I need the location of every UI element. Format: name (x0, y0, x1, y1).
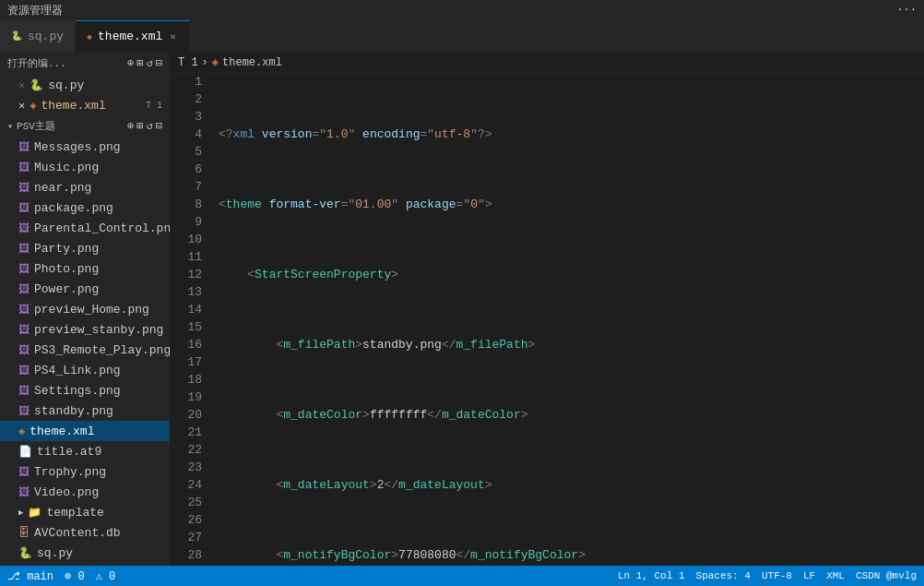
theme-xml-open-file-icon: ◈ (30, 99, 36, 113)
encoding[interactable]: UTF-8 (762, 570, 792, 581)
AVContent-db-label: AVContent.db (34, 526, 121, 540)
sidebar-title: 资源管理器 (7, 3, 63, 18)
code-line-4: <m_filePath>standby.png</m_filePath> (219, 336, 924, 353)
refresh-icon[interactable]: ↺ (147, 56, 153, 70)
sidebar-item-standby-png[interactable]: 🖼 standby.png (0, 401, 170, 421)
sidebar-item-sq-py-open[interactable]: ✕ 🐍 sq.py (0, 75, 170, 95)
sq-py-open-label: sq.py (48, 78, 84, 92)
watermark: CSDN @mvlg (856, 570, 917, 581)
code-line-7: <m_notifyBgColor>77808080</m_notifyBgCol… (219, 546, 924, 564)
editor-content[interactable]: 12345 678910 1112131415 1617181920 21222… (171, 73, 924, 566)
Photo-png-icon: 🖼 (18, 262, 30, 276)
Power-png-icon: 🖼 (18, 282, 30, 296)
main-area: 打开的编... ⊕ ⊞ ↺ ⊟ ✕ 🐍 sq.py ✕ ◈ theme.xml … (0, 53, 924, 566)
sidebar-item-Photo-png[interactable]: 🖼 Photo.png (0, 258, 170, 279)
sidebar-item-sq-py-sidebar[interactable]: 🐍 sq.py (0, 543, 170, 563)
project-collapse-icon[interactable]: ⊟ (156, 119, 162, 133)
sidebar-item-Power-png[interactable]: 🖼 Power.png (0, 279, 170, 299)
sq-py-open-file-icon: 🐍 (30, 78, 43, 92)
code-editor[interactable]: <?xml version="1.0" encoding="utf-8"?> <… (209, 73, 924, 566)
preview-stanby-png-icon: 🖼 (18, 323, 30, 337)
project-new-folder-icon[interactable]: ⊞ (136, 119, 143, 133)
line-ending[interactable]: LF (803, 570, 815, 581)
project-header-icons: ⊕ ⊞ ↺ ⊟ (127, 119, 162, 133)
sidebar-item-preview-stanby-png[interactable]: 🖼 preview_stanby.png (0, 319, 170, 340)
standby-png-label: standby.png (34, 404, 113, 418)
indentation[interactable]: Spaces: 4 (696, 570, 751, 581)
Messages-png-label: Messages.png (34, 140, 121, 154)
sidebar-item-Trophy-png[interactable]: 🖼 Trophy.png (0, 461, 170, 482)
theme-xml-close-button[interactable]: ✕ (168, 30, 178, 43)
sidebar-item-near-png[interactable]: 🖼 near.png (0, 177, 170, 197)
git-branch[interactable]: ⎇ main (7, 569, 53, 583)
new-folder-icon[interactable]: ⊞ (136, 56, 143, 70)
sidebar-project-header[interactable]: ▾ PSV主题 ⊕ ⊞ ↺ ⊟ (0, 117, 170, 135)
code-line-2: <theme format-ver="01.00" package="0"> (219, 196, 924, 213)
breadcrumb-icon: ◈ (212, 55, 219, 69)
Music-png-icon: 🖼 (18, 161, 30, 174)
sidebar-item-AVContent-db[interactable]: 🗄 AVContent.db (0, 522, 170, 543)
sidebar-item-title-at9[interactable]: 📄 title.at9 (0, 441, 170, 461)
Video-png-icon: 🖼 (18, 485, 30, 499)
sq-py-tab-icon: 🐍 (11, 30, 22, 42)
sidebar-item-Video-png[interactable]: 🖼 Video.png (0, 482, 170, 502)
sidebar-item-Parental-Control-png[interactable]: 🖼 Parental_Control.png (0, 218, 170, 238)
standby-png-icon: 🖼 (18, 404, 30, 418)
code-line-3: <StartScreenProperty> (219, 266, 924, 283)
sidebar-item-theme-xml[interactable]: ◈ theme.xml (0, 421, 170, 441)
title-at9-label: title.at9 (37, 445, 101, 459)
sidebar-item-Party-png[interactable]: 🖼 Party.png (0, 238, 170, 258)
editor-breadcrumb: T 1 › ◈ theme.xml (171, 53, 924, 73)
breadcrumb-separator: › (202, 56, 208, 69)
Party-png-label: Party.png (34, 242, 99, 256)
sq-py-sidebar-label: sq.py (37, 546, 73, 560)
Power-png-label: Power.png (34, 282, 99, 296)
project-new-file-icon[interactable]: ⊕ (127, 119, 134, 133)
sidebar-item-PS4-Link-png[interactable]: 🖼 PS4_Link.png (0, 360, 170, 380)
theme-xml-sidebar-label: theme.xml (30, 425, 94, 438)
language-mode[interactable]: XML (826, 570, 845, 581)
near-png-label: near.png (34, 181, 91, 195)
cursor-position[interactable]: Ln 1, Col 1 (618, 570, 685, 581)
line-numbers: 12345 678910 1112131415 1617181920 21222… (171, 73, 209, 566)
bottom-bar: ⎇ main ⊗ 0 ⚠ 0 Ln 1, Col 1 Spaces: 4 UTF… (0, 566, 924, 586)
sidebar-item-template-folder[interactable]: ▶ 📁 template (0, 502, 170, 522)
project-files-section: 🖼 Messages.png 🖼 Music.png 🖼 near.png 🖼 … (0, 135, 170, 565)
package-png-icon: 🖼 (18, 201, 30, 215)
theme-xml-open-close-icon: ✕ (18, 99, 25, 113)
collapse-icon[interactable]: ⊟ (156, 56, 162, 70)
code-line-6: <m_dateLayout>2</m_dateLayout> (219, 476, 924, 494)
title-more-icon[interactable]: ··· (896, 4, 917, 17)
theme-xml-open-badge: T 1 (146, 101, 162, 111)
sidebar-item-theme-xml-open[interactable]: ✕ ◈ theme.xml T 1 (0, 95, 170, 115)
template-folder-icon: 📁 (28, 506, 41, 520)
code-line-1: <?xml version="1.0" encoding="utf-8"?> (219, 126, 924, 143)
sidebar-item-Music-png[interactable]: 🖼 Music.png (0, 157, 170, 177)
tab-bar: 🐍 sq.py ◈ theme.xml ✕ (0, 20, 924, 53)
sidebar-header-icons: ⊕ ⊞ ↺ ⊟ (127, 56, 162, 70)
sidebar-item-Messages-png[interactable]: 🖼 Messages.png (0, 137, 170, 157)
Messages-png-icon: 🖼 (18, 140, 30, 154)
sidebar-item-package-png[interactable]: 🖼 package.png (0, 197, 170, 218)
sidebar-open-files-header[interactable]: 打开的编... ⊕ ⊞ ↺ ⊟ (0, 53, 170, 73)
Parental-Control-png-label: Parental_Control.png (34, 221, 171, 235)
breadcrumb-prefix: T 1 (178, 56, 198, 69)
project-chevron-icon: ▾ (7, 121, 13, 132)
PS3-Remote-Play-png-icon: 🖼 (18, 343, 30, 357)
sidebar-item-PS3-Remote-Play-png[interactable]: 🖼 PS3_Remote_Play.png (0, 340, 170, 360)
tab-theme-xml[interactable]: ◈ theme.xml ✕ (76, 20, 190, 53)
error-count[interactable]: ⊗ 0 (65, 569, 85, 583)
project-refresh-icon[interactable]: ↺ (147, 119, 153, 133)
preview-Home-png-icon: 🖼 (18, 303, 30, 317)
Music-png-label: Music.png (34, 161, 99, 174)
open-files-section: ✕ 🐍 sq.py ✕ ◈ theme.xml T 1 (0, 73, 170, 117)
warning-count[interactable]: ⚠ 0 (96, 569, 116, 583)
new-file-icon[interactable]: ⊕ (127, 56, 134, 70)
bottom-bar-right: Ln 1, Col 1 Spaces: 4 UTF-8 LF XML CSDN … (618, 570, 917, 581)
bottom-bar-left: ⎇ main ⊗ 0 ⚠ 0 (7, 569, 115, 583)
tab-sq-py[interactable]: 🐍 sq.py (0, 20, 76, 53)
sidebar-item-preview-Home-png[interactable]: 🖼 preview_Home.png (0, 299, 170, 319)
sidebar-item-Settings-png[interactable]: 🖼 Settings.png (0, 380, 170, 401)
near-png-icon: 🖼 (18, 181, 30, 195)
sq-py-open-close-icon: ✕ (18, 78, 25, 92)
